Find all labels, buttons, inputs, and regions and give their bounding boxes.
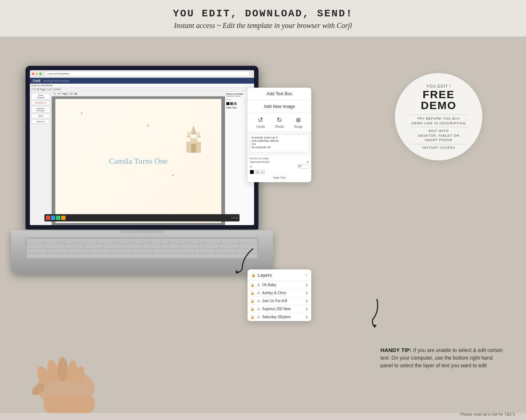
- key: [27, 249, 47, 253]
- corjl-sidebar-left: SaveOriginal INCOMPLETE RestoreChanges S…: [30, 92, 52, 225]
- corjl-main: SaveOriginal INCOMPLETE RestoreChanges S…: [30, 92, 254, 225]
- demo-devices: DESKTOP, TABLET OR: [418, 134, 459, 137]
- laptop-taskbar: 3:20 PM: [44, 214, 240, 221]
- optimized-row: Optimized Resize ▼: [250, 161, 309, 163]
- key: [153, 249, 173, 253]
- key: [68, 249, 89, 253]
- key: [142, 244, 161, 248]
- order-info: Order Id: 1500758194: [30, 84, 254, 88]
- undo-label: Undo: [256, 125, 265, 129]
- font-controls: A I: [250, 170, 309, 174]
- layer-item-join-us[interactable]: 🔒 A Join Us For A B 🗑: [248, 297, 311, 305]
- italic-btn[interactable]: I: [261, 170, 265, 174]
- key: [90, 249, 110, 253]
- key: [216, 249, 237, 253]
- canvas-design: ✦ ✦ ✦: [55, 99, 221, 223]
- layer-item-saturday[interactable]: 🔒 A Saturday SEptem 🗑: [248, 313, 311, 321]
- hand-svg: [22, 322, 131, 413]
- svg-marker-3: [190, 125, 197, 135]
- canvas-tools: 🔍 ⊕ Page 1 of 1 ▶: [52, 92, 225, 96]
- optimized-arrow: ▼: [306, 161, 309, 163]
- laptop-keyboard: [25, 237, 258, 259]
- key: [123, 244, 142, 248]
- main-area: corjl.com/templates Corjl. MockupPartyTe…: [0, 37, 526, 413]
- demo-demo: DEMO: [421, 100, 456, 111]
- handy-tip: HANDY TIP: If you are unable to select &…: [380, 347, 504, 369]
- key-space: [60, 253, 224, 258]
- key: [200, 244, 219, 248]
- arrow-handy-icon: [359, 299, 384, 329]
- layer-item-supinos[interactable]: 🔒 A Supinos 250 New 🗑: [248, 305, 311, 313]
- layer-item-oh-baby[interactable]: 🔒 A Oh Baby 🗑: [248, 281, 311, 289]
- tool-page: Page 1 of 1: [40, 88, 53, 91]
- key: [219, 244, 238, 248]
- demo-try-line1: TRY BEFORE YOU BUY: [417, 117, 460, 120]
- key: [80, 239, 98, 243]
- handy-tip-bold: HANDY TIP:: [380, 347, 412, 353]
- snap-tool[interactable]: ⊕ Snap: [294, 116, 302, 129]
- tool-reset: ↺: [31, 88, 33, 91]
- key: [133, 239, 151, 243]
- layer-delete-4[interactable]: 🗑: [305, 307, 308, 311]
- tool-redo: ↻: [34, 88, 36, 91]
- svg-rect-7: [188, 134, 189, 136]
- resize-row: Resize as Image: [250, 157, 309, 160]
- layer-a-2: A: [256, 291, 261, 295]
- key: [115, 239, 133, 243]
- layer-a-5: A: [256, 315, 261, 319]
- canvas-select: ⊕: [58, 92, 60, 95]
- svg-rect-8: [198, 134, 199, 136]
- canvas-zoom: 🔍: [53, 92, 56, 95]
- key: [195, 249, 215, 253]
- demo-divider-3: [410, 144, 468, 144]
- footer: Please read ad in full for T&C's: [460, 412, 515, 416]
- key: [62, 239, 80, 243]
- floating-panel: Add Text Box Add New Image ↺ Undo ↻ Redo…: [248, 88, 311, 182]
- tool-online: Online: [54, 88, 61, 91]
- demo-divider-2: [410, 127, 468, 127]
- svg-rect-18: [44, 395, 95, 413]
- top-banner: YOU EDIT, DOWNLOAD, SEND! Instant access…: [0, 0, 526, 37]
- tool-icons-row: ↺ ↻ ⊞ Page 1 of 1 Online: [30, 88, 254, 92]
- color-swatch-black[interactable]: [250, 170, 254, 174]
- demo-smartphone: SMART PHONE: [425, 138, 453, 142]
- bold-btn[interactable]: A: [255, 170, 260, 174]
- key: [44, 239, 62, 243]
- key: [151, 239, 169, 243]
- layers-panel: 🔒 Layers ∨ 🔒 A Oh Baby 🗑 🔒 A Ashley & Ch…: [248, 269, 311, 321]
- layer-item-ashley-chris[interactable]: 🔒 A Ashley & Chris 🗑: [248, 289, 311, 297]
- add-text-box-btn[interactable]: Add Text Box: [248, 88, 311, 100]
- layer-a-3: A: [256, 299, 261, 303]
- undo-tool[interactable]: ↺ Undo: [256, 116, 265, 129]
- layer-delete-1[interactable]: 🗑: [305, 283, 308, 287]
- layer-name-join-us: Join Us For A B: [262, 299, 304, 303]
- redo-tool[interactable]: ↻ Redo: [275, 116, 284, 129]
- laptop-screen-bezel: corjl.com/templates Corjl. MockupPartyTe…: [25, 66, 258, 229]
- text-editor-content: PLEASE JOIN US FOR A BRIDAL BRUNCHIN HON…: [250, 134, 309, 152]
- layer-delete-3[interactable]: 🗑: [305, 299, 308, 303]
- height-input[interactable]: 11: [298, 164, 309, 169]
- sidebar-download: Save: [31, 114, 50, 118]
- deco-star-1: ✦: [80, 111, 83, 115]
- layers-title: Layers: [258, 272, 272, 278]
- svg-rect-6: [191, 144, 196, 153]
- layer-lock-2: 🔒: [250, 291, 255, 295]
- keyboard-row-3: [27, 249, 257, 253]
- demo-try: TRY BEFORE YOU BUY DEMO LINK IN DESCRIPT…: [411, 116, 466, 125]
- redo-label: Redo: [275, 125, 284, 129]
- taskbar-icon-1: [46, 216, 50, 220]
- corjl-logo: Corjl.: [33, 79, 41, 83]
- key: [174, 249, 194, 253]
- layer-delete-5[interactable]: 🗑: [305, 315, 308, 319]
- layer-delete-2[interactable]: 🗑: [305, 291, 308, 295]
- height-row: H: 11: [250, 164, 309, 169]
- svg-point-14: [58, 357, 68, 382]
- add-image-btn[interactable]: Add New Image: [248, 100, 311, 113]
- sidebar-save: SaveOriginal: [31, 93, 50, 100]
- demo-you-edit: YOU EDIT !: [426, 84, 451, 88]
- key: [27, 253, 59, 258]
- snap-icon: ⊕: [296, 116, 301, 124]
- panel-text-editor: PLEASE JOIN US FOR A BRIDAL BRUNCHIN HON…: [248, 132, 311, 155]
- demo-free: FREE: [423, 89, 455, 100]
- layers-chevron-icon: ∨: [305, 273, 308, 277]
